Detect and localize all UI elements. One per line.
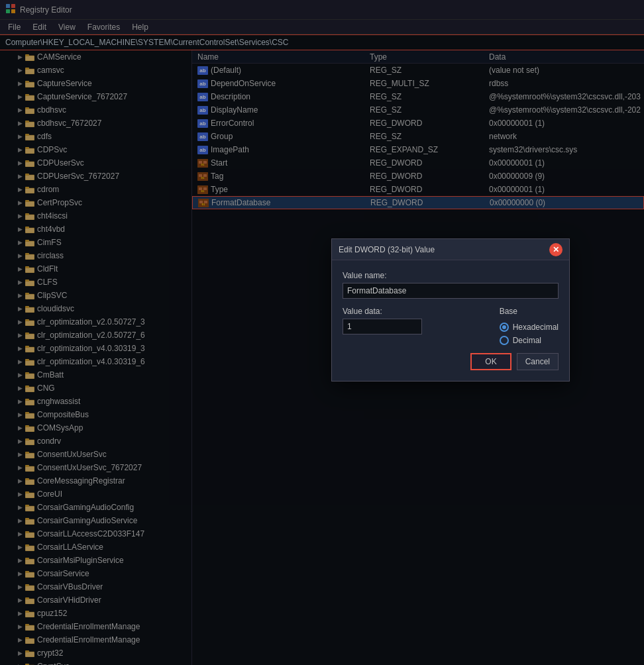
radio-dec-btn[interactable] [500,336,509,345]
radio-decimal[interactable]: Decimal [500,336,559,345]
value-data-col: Value data: [343,307,489,345]
value-name-label: Value name: [343,271,559,280]
dialog-buttons: OK Cancel [343,353,559,370]
base-col: Base Hexadecimal Decimal [500,307,559,345]
ok-button[interactable]: OK [470,353,511,370]
dialog-close-button[interactable]: ✕ [549,243,563,256]
radio-hex-label: Hexadecimal [513,323,559,332]
dialog-title: Edit DWORD (32-bit) Value [339,245,435,254]
radio-hex-btn[interactable] [500,323,509,332]
cancel-button[interactable]: Cancel [517,353,559,370]
base-label: Base [500,307,559,316]
edit-dword-dialog: Edit DWORD (32-bit) Value ✕ Value name: … [331,238,570,382]
value-data-label: Value data: [343,307,489,316]
value-name-input[interactable] [343,283,559,299]
radio-hexadecimal[interactable]: Hexadecimal [500,323,559,332]
modal-overlay: Edit DWORD (32-bit) Value ✕ Value name: … [0,0,644,665]
dialog-body: Value name: Value data: Base Hexadecimal… [332,260,569,381]
dialog-title-bar: Edit DWORD (32-bit) Value ✕ [332,239,569,260]
radio-dec-label: Decimal [513,336,541,345]
dialog-data-row: Value data: Base Hexadecimal Decimal [343,307,559,345]
value-data-input[interactable] [343,319,422,334]
